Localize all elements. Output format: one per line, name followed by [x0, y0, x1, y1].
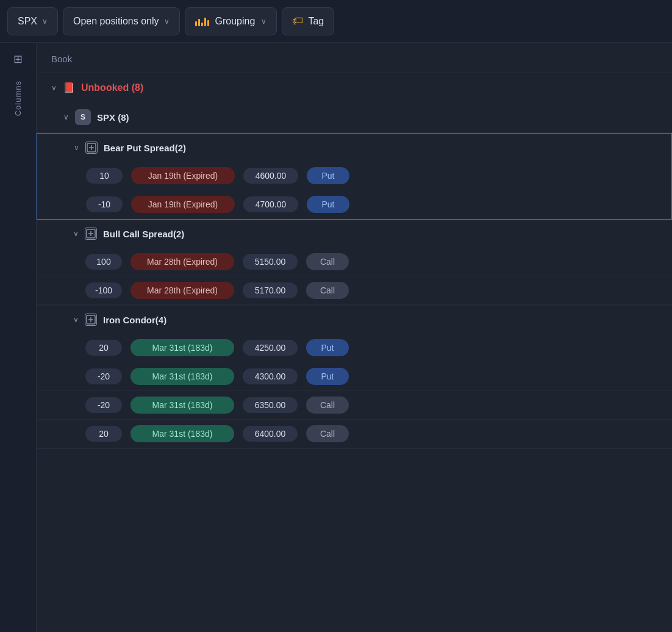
spx-dropdown[interactable]: SPX ∨: [7, 7, 58, 35]
tag-dropdown[interactable]: 🏷 Tag: [282, 7, 334, 35]
date-badge: Mar 31st (183d): [130, 397, 234, 414]
bear-put-chevron-icon: ∨: [74, 143, 79, 152]
date-badge: Jan 19th (Expired): [131, 196, 235, 213]
date-badge: Jan 19th (Expired): [131, 167, 235, 184]
iron-condor-title: Iron Condor(4): [103, 315, 166, 325]
grouping-chevron-icon: ∨: [261, 17, 266, 26]
bull-call-spread-header[interactable]: ∨ Bull Call Spread(2): [37, 220, 672, 248]
bull-call-chevron-icon: ∨: [73, 229, 79, 238]
filter-label: Open positions only: [73, 16, 159, 27]
date-badge: Mar 31st (183d): [130, 368, 234, 385]
unbooked-chevron-icon: ∨: [51, 84, 57, 92]
spx-group-label: SPX (8): [97, 112, 129, 123]
iron-condor-chevron-icon: ∨: [73, 315, 79, 324]
position-row: 20 Mar 31st (183d) 6400.00 Call: [37, 420, 672, 448]
spx-group-header[interactable]: ∨ S SPX (8): [37, 102, 672, 133]
type-badge: Put: [306, 368, 349, 385]
date-badge: Mar 31st (183d): [130, 425, 234, 442]
strike-badge: 4600.00: [243, 168, 298, 184]
date-badge: Mar 28th (Expired): [130, 253, 234, 270]
filter-dropdown[interactable]: Open positions only ∨: [63, 7, 180, 35]
left-sidebar: ⊞ Columns: [0, 43, 37, 632]
main-container: ⊞ Columns Book ∨ 📕 Unbooked (8) ∨ S SPX …: [0, 43, 672, 632]
columns-label[interactable]: Columns: [13, 81, 23, 116]
iron-condor-header[interactable]: ∨ Iron Condor(4): [37, 306, 672, 334]
filter-chevron-icon: ∨: [164, 17, 170, 26]
content-panel: Book ∨ 📕 Unbooked (8) ∨ S SPX (8) ∨: [37, 43, 672, 632]
position-row: -20 Mar 31st (183d) 4300.00 Put: [37, 362, 672, 391]
bull-call-spread-title: Bull Call Spread(2): [103, 229, 184, 239]
book-header: Book: [37, 43, 672, 73]
table-icon[interactable]: ⊞: [13, 52, 23, 66]
bar-chart-icon: [195, 16, 209, 26]
strike-badge: 6400.00: [243, 426, 298, 442]
bear-put-spread-header[interactable]: ∨ Bear Put Spread(2): [37, 134, 671, 162]
qty-badge: -20: [85, 368, 122, 384]
position-row: -100 Mar 28th (Expired) 5170.00 Call: [37, 276, 672, 305]
tag-icon: 🏷: [292, 15, 303, 27]
position-row: -10 Jan 19th (Expired) 4700.00 Put: [37, 190, 671, 219]
unbooked-section-header[interactable]: ∨ 📕 Unbooked (8): [37, 73, 672, 102]
strike-badge: 4700.00: [243, 196, 298, 212]
position-row: 20 Mar 31st (183d) 4250.00 Put: [37, 334, 672, 362]
date-badge: Mar 28th (Expired): [130, 282, 234, 299]
unbooked-book-icon: 📕: [63, 82, 75, 93]
iron-condor-group: ∨ Iron Condor(4) 20 Mar 31st (183d) 4250…: [37, 306, 672, 449]
tag-label: Tag: [308, 16, 324, 27]
qty-badge: -10: [86, 196, 123, 212]
type-badge: Put: [306, 339, 349, 356]
strike-badge: 5150.00: [243, 254, 298, 270]
type-badge: Call: [306, 425, 349, 442]
strike-badge: 5170.00: [243, 282, 298, 298]
toolbar: SPX ∨ Open positions only ∨ Grouping ∨ 🏷…: [0, 0, 672, 43]
type-badge: Call: [306, 397, 349, 414]
spx-chevron-icon: ∨: [42, 17, 48, 26]
date-badge: Mar 31st (183d): [130, 339, 234, 356]
qty-badge: 10: [86, 168, 123, 184]
bear-put-spread-icon: [85, 142, 98, 154]
type-badge: Call: [306, 253, 349, 270]
strike-badge: 6350.00: [243, 397, 298, 413]
position-row: 10 Jan 19th (Expired) 4600.00 Put: [37, 162, 671, 190]
bull-call-spread-icon: [85, 228, 97, 240]
book-title: Book: [51, 54, 72, 64]
spx-group-chevron-icon: ∨: [63, 113, 69, 121]
qty-badge: 20: [85, 340, 122, 356]
type-badge: Put: [307, 196, 349, 213]
spx-badge: S: [75, 109, 91, 125]
position-row: 100 Mar 28th (Expired) 5150.00 Call: [37, 248, 672, 276]
position-row: -20 Mar 31st (183d) 6350.00 Call: [37, 391, 672, 420]
type-badge: Put: [307, 167, 349, 184]
type-badge: Call: [306, 282, 349, 299]
strike-badge: 4250.00: [243, 340, 298, 356]
iron-condor-icon: [85, 314, 97, 326]
unbooked-title: Unbooked (8): [81, 82, 143, 93]
bear-put-spread-title: Bear Put Spread(2): [104, 143, 186, 153]
bear-put-spread-group: ∨ Bear Put Spread(2) 10 Jan 19th (Expire…: [37, 133, 672, 220]
bull-call-spread-group: ∨ Bull Call Spread(2) 100 Mar 28th (Expi…: [37, 220, 672, 306]
qty-badge: 20: [85, 426, 122, 442]
strike-badge: 4300.00: [243, 368, 298, 384]
spx-label: SPX: [18, 16, 37, 27]
qty-badge: -20: [85, 397, 122, 413]
qty-badge: 100: [85, 254, 122, 270]
grouping-dropdown[interactable]: Grouping ∨: [185, 7, 277, 35]
qty-badge: -100: [85, 282, 122, 298]
grouping-label: Grouping: [215, 16, 256, 27]
